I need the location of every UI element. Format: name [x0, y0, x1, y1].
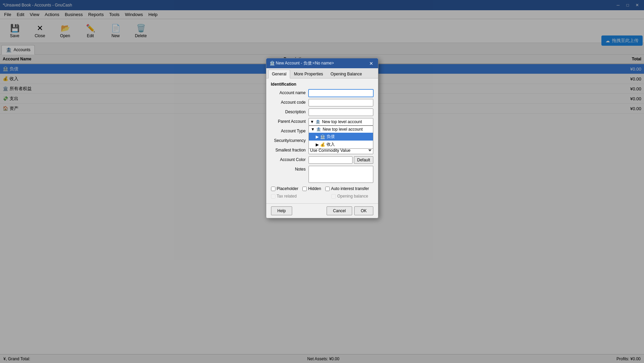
- security-label: Security/currency: [271, 137, 309, 143]
- parent-account-row: Parent Account ▼ 🏦 New top level account…: [271, 118, 373, 126]
- color-input[interactable]: [309, 156, 353, 164]
- checkboxes-row-1: Placeholder Hidden Auto interest transfe…: [271, 185, 373, 192]
- tab-general[interactable]: General: [268, 70, 290, 78]
- placeholder-label: Placeholder: [277, 186, 298, 191]
- parent-account-display[interactable]: ▼ 🏦 New top level account: [309, 118, 373, 126]
- parent-account-icon: 🏦: [315, 119, 320, 124]
- account-name-input[interactable]: [309, 89, 373, 97]
- tree-icon-income: 💰: [320, 142, 325, 147]
- description-input[interactable]: [309, 108, 373, 116]
- opening-balance-checkbox-label: Opening balance: [331, 194, 368, 199]
- hidden-checkbox[interactable]: [302, 187, 307, 191]
- account-name-row: Account name: [271, 89, 373, 97]
- dialog-footer: Help Cancel OK: [266, 203, 378, 218]
- tab-more-properties[interactable]: More Properties: [290, 70, 327, 78]
- auto-interest-label: Auto interest transfer: [331, 186, 369, 191]
- color-wrapper: Default: [309, 156, 373, 164]
- account-color-label: Account Color: [271, 156, 309, 162]
- dialog-tabs: General More Properties Opening Balance: [266, 68, 378, 78]
- tree-arrow-income: ▶: [316, 142, 319, 147]
- ok-button[interactable]: OK: [354, 206, 373, 215]
- opening-balance-label: Opening balance: [337, 194, 368, 199]
- dialog-close-button[interactable]: ✕: [368, 61, 375, 66]
- dialog-title: New Account - 负债:<No name>: [276, 61, 334, 66]
- account-name-label: Account name: [271, 89, 309, 95]
- parent-account-value: New top level account: [322, 119, 362, 124]
- identification-section-title: Identification: [271, 82, 373, 87]
- dialog-content: Identification Account name Account code…: [266, 78, 378, 203]
- notes-textarea[interactable]: [309, 166, 373, 183]
- account-type-label: Account Type: [271, 128, 309, 133]
- default-color-button[interactable]: Default: [354, 156, 373, 164]
- tax-related-checkbox-label: Tax related: [271, 194, 297, 199]
- cancel-button[interactable]: Cancel: [327, 206, 352, 215]
- placeholder-checkbox[interactable]: [271, 187, 275, 191]
- hidden-label: Hidden: [308, 186, 321, 191]
- tree-item-income[interactable]: ▶ 💰 收入: [309, 141, 373, 148]
- dialog-title-bar: 🏦 New Account - 负债:<No name> ✕: [266, 58, 378, 68]
- tree-icon-liability: 🏦: [320, 134, 325, 139]
- hidden-checkbox-label: Hidden: [302, 186, 321, 191]
- account-code-label: Account code: [271, 99, 309, 105]
- checkboxes-row-2: Tax related Opening balance: [271, 192, 373, 200]
- account-code-row: Account code: [271, 99, 373, 106]
- tree-label-income: 收入: [327, 142, 335, 147]
- parent-account-label: Parent Account: [271, 118, 309, 124]
- placeholder-checkbox-label: Placeholder: [271, 186, 298, 191]
- tree-item-liability[interactable]: ▶ 🏦 负债: [309, 133, 373, 141]
- dropdown-arrow: ▼: [310, 119, 314, 124]
- tree-arrow-top: ▼: [311, 127, 315, 132]
- tab-opening-balance[interactable]: Opening Balance: [327, 70, 366, 78]
- auto-interest-checkbox-label: Auto interest transfer: [325, 186, 369, 191]
- opening-balance-checkbox: [331, 194, 336, 199]
- new-account-dialog: 🏦 New Account - 负债:<No name> ✕ General M…: [266, 58, 378, 218]
- smallest-fraction-label: Smallest fraction: [271, 147, 309, 153]
- dialog-overlay: 🏦 New Account - 负债:<No name> ✕ General M…: [0, 0, 644, 363]
- tree-item-new-top-level[interactable]: ▼ 🏦 New top level account: [309, 126, 373, 133]
- tree-label-top: New top level account: [323, 127, 362, 132]
- account-code-input[interactable]: [309, 99, 373, 106]
- tax-related-checkbox: [271, 194, 275, 199]
- help-button[interactable]: Help: [271, 206, 293, 215]
- parent-account-wrapper: ▼ 🏦 New top level account ▼ 🏦 New top le…: [309, 118, 373, 126]
- notes-label: Notes: [271, 166, 309, 172]
- tree-label-liability: 负债: [327, 134, 335, 140]
- account-color-row: Account Color Default: [271, 156, 373, 164]
- auto-interest-checkbox[interactable]: [325, 187, 330, 191]
- tree-icon-top: 🏦: [316, 127, 321, 132]
- tree-arrow-liability: ▶: [316, 134, 319, 139]
- description-label: Description: [271, 108, 309, 114]
- dialog-title-icon: 🏦: [270, 61, 275, 66]
- tax-related-label: Tax related: [277, 194, 297, 199]
- notes-row: Notes: [271, 166, 373, 183]
- dialog-right-buttons: Cancel OK: [327, 206, 373, 215]
- description-row: Description: [271, 108, 373, 116]
- parent-tree-popup: ▼ 🏦 New top level account ▶ 🏦 负债 ▶ 💰: [309, 126, 373, 149]
